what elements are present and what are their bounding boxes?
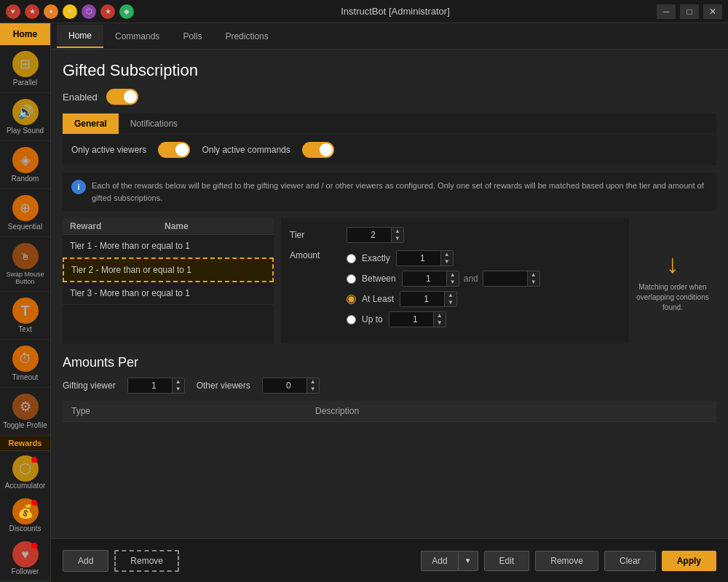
remove-reward-button[interactable]: Remove [114,550,179,572]
exactly-spinner-up[interactable]: ▲ [441,251,453,258]
at-least-radio[interactable] [347,295,356,304]
between-to-input[interactable] [483,271,527,286]
matching-order-text: Matching order when overlapping conditio… [636,282,709,313]
at-least-spinner-down[interactable]: ▼ [445,299,456,306]
sidebar-item-play-sound[interactable]: 🔊 Play Sound [0,93,50,141]
tier-input[interactable] [347,228,391,242]
up-to-spinner-down[interactable]: ▼ [434,319,446,327]
tab-polls[interactable]: Polls [171,25,213,47]
only-active-viewers-toggle[interactable] [158,142,190,158]
page-title: Gifted Subscription [63,61,716,80]
add-main-button[interactable]: Add [421,551,457,571]
sidebar-item-parallel[interactable]: ⊟ Parallel [0,45,50,93]
gifting-viewer-spinner: ▲ ▼ [172,378,184,393]
between-from-up[interactable]: ▲ [447,271,459,279]
between-inputs: ▲ ▼ and ▲ ▼ [402,271,540,287]
reward-column-header: Reward [70,221,165,231]
toggle-profile-label: Toggle Profile [3,421,47,429]
exactly-spinner-down[interactable]: ▼ [441,258,453,266]
between-to-spinner: ▲ ▼ [527,271,539,286]
tier-spinner-up[interactable]: ▲ [392,228,403,235]
between-radio[interactable] [347,274,356,284]
arrow-down-icon: ↓ [666,249,679,279]
sidebar-item-follower[interactable]: ♥ Follower [0,537,50,580]
other-viewers-down[interactable]: ▼ [307,386,319,393]
type-column-header: Type [63,401,306,422]
tab-commands[interactable]: Commands [103,25,171,47]
exactly-radio[interactable] [347,254,356,263]
sidebar-item-sequential[interactable]: ⊕ Sequential [0,189,50,237]
config-panel: Tier ▲ ▼ Amount [281,218,629,343]
between-to-down[interactable]: ▼ [528,279,539,286]
at-least-spinner-up[interactable]: ▲ [445,292,456,299]
reward-tier1[interactable]: Tier 1 - More than or equal to 1 [63,235,274,258]
gifting-viewer-up[interactable]: ▲ [173,378,184,386]
exactly-row: Exactly ▲ ▼ [347,250,540,266]
sidebar-item-discounts[interactable]: 💰 Discounts [0,494,50,537]
up-to-label[interactable]: Up to [362,314,383,324]
rewards-table: Type Description [63,401,716,422]
up-to-spinner-up[interactable]: ▲ [434,312,446,319]
clear-button[interactable]: Clear [604,551,656,571]
sidebar-item-swap-mouse[interactable]: 🖱 Swap Mouse Button [0,237,50,292]
maximize-button[interactable]: □ [680,4,699,19]
at-least-input-wrap: ▲ ▼ [400,291,457,307]
tab-home[interactable]: Home [57,25,103,48]
tier-spinner-down[interactable]: ▼ [392,235,403,242]
other-viewers-up[interactable]: ▲ [307,378,319,386]
up-to-spinner: ▲ ▼ [433,312,446,327]
sidebar-item-random[interactable]: ◈ Random [0,141,50,189]
timeout-label: Timeout [12,373,39,381]
reward-tier2[interactable]: Tier 2 - More than or equal to 1 [63,258,274,282]
sidebar-item-accumulator[interactable]: ⬡ Accumulator [0,451,50,494]
close-button[interactable]: ✕ [703,4,722,19]
add-reward-button[interactable]: Add [63,550,108,572]
app-icon-1: ★ [25,4,39,19]
between-from-input[interactable] [403,271,446,286]
between-from-down[interactable]: ▼ [447,279,459,286]
exactly-input[interactable] [397,251,440,266]
up-to-radio[interactable] [347,315,356,324]
app-icon-4: ⬡ [82,4,96,19]
minimize-button[interactable]: ─ [657,4,676,19]
rewards-list: Reward Name Tier 1 - More than or equal … [63,218,274,343]
parallel-label: Parallel [13,79,37,87]
main-panel: Home Commands Polls Predictions Gifted S… [51,23,728,582]
random-label: Random [12,175,39,183]
apply-button[interactable]: Apply [662,551,716,571]
enabled-toggle[interactable] [106,89,138,105]
amounts-row: Gifting viewer ▲ ▼ Other viewers ▲ ▼ [63,378,716,394]
exactly-label[interactable]: Exactly [362,253,390,263]
sidebar-item-toggle-profile[interactable]: ⚙ Toggle Profile [0,388,50,436]
between-to-up[interactable]: ▲ [528,271,539,279]
sidebar-item-home[interactable]: Home [0,23,50,45]
sub-tab-general[interactable]: General [63,113,119,134]
reward-tier3[interactable]: Tier 3 - More than or equal to 1 [63,282,274,305]
tier-spinner: ▲ ▼ [391,228,403,242]
random-icon: ◈ [12,147,39,173]
at-least-input[interactable] [400,292,444,306]
remove-button[interactable]: Remove [535,551,598,571]
sub-tab-notifications[interactable]: Notifications [119,113,189,134]
only-active-commands-toggle[interactable] [302,142,334,158]
edit-button[interactable]: Edit [484,551,530,571]
between-label[interactable]: Between [362,274,396,284]
other-viewers-input[interactable] [263,378,306,393]
gifting-viewer-input[interactable] [128,378,172,393]
tab-predictions[interactable]: Predictions [213,25,280,47]
at-least-label[interactable]: At Least [362,294,394,304]
enabled-label: Enabled [63,92,98,103]
gifting-viewer-down[interactable]: ▼ [173,386,184,393]
accumulator-label: Accumulator [5,482,46,490]
only-active-viewers-label: Only active viewers [71,145,146,155]
play-sound-icon: 🔊 [12,99,39,125]
other-viewers-label: Other viewers [197,380,250,391]
app-icon-3: ♥ [63,4,77,19]
up-to-input[interactable] [389,312,433,327]
rewards-section-header: Rewards [0,436,50,451]
sidebar-item-text[interactable]: T Text [0,292,50,340]
app-icon-5: ★ [100,4,115,19]
up-to-row: Up to ▲ ▼ [347,311,540,327]
add-dropdown-arrow[interactable]: ▼ [458,551,478,571]
sidebar-item-timeout[interactable]: ⏱ Timeout [0,340,50,388]
